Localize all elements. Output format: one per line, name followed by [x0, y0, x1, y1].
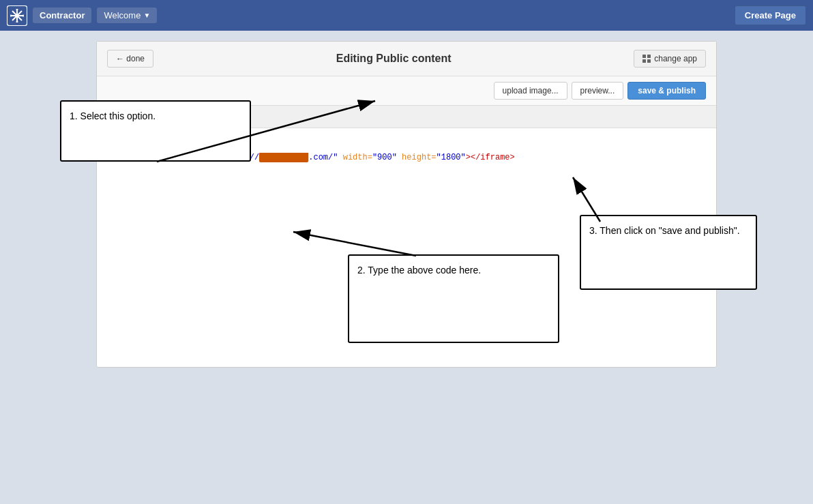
code-val-width: "900" [372, 153, 397, 162]
welcome-label: Welcome [104, 10, 141, 20]
annotation-text-3: 3. Then click on "save and publish". [589, 225, 740, 236]
code-attr-width: width= [338, 153, 372, 162]
preview-button[interactable]: preview... [572, 82, 624, 100]
annotation-text-2: 2. Type the above code here. [357, 265, 481, 276]
app-name-label: Contractor [33, 8, 91, 23]
svg-point-6 [10, 14, 12, 16]
done-button[interactable]: ← done [107, 50, 153, 68]
annotation-box-1: 1. Select this option. [60, 100, 251, 162]
save-publish-button[interactable]: save & publish [627, 82, 706, 100]
snowflake-icon [10, 9, 24, 23]
app-logo [7, 5, 27, 26]
dropdown-caret: ▼ [143, 12, 150, 19]
navbar-left: Contractor Welcome ▼ [7, 5, 157, 26]
editor-title: Editing Public content [167, 53, 620, 65]
svg-point-4 [16, 9, 18, 11]
editor-header: ← done Editing Public content change app [97, 42, 716, 76]
svg-point-7 [23, 14, 25, 16]
create-page-button[interactable]: Create Page [735, 5, 806, 25]
annotation-box-2: 2. Type the above code here. [348, 254, 559, 343]
annotation-box-3: 3. Then click on "save and publish". [580, 215, 757, 290]
code-url-redacted: ██████████ [259, 153, 308, 162]
grid-icon [642, 55, 651, 63]
annotation-text-1: 1. Select this option. [70, 110, 156, 121]
code-tag-close: ></iframe> [466, 153, 515, 162]
change-app-label: change app [654, 54, 697, 63]
code-attr-height: height= [397, 153, 437, 162]
svg-point-5 [16, 20, 18, 23]
change-app-button[interactable]: change app [634, 50, 706, 68]
welcome-dropdown[interactable]: Welcome ▼ [97, 8, 157, 23]
code-val-src-end: .com/" [308, 153, 338, 162]
code-val-height: "1800" [437, 153, 466, 162]
upload-image-button[interactable]: upload image... [494, 82, 567, 100]
navbar: Contractor Welcome ▼ Create Page [0, 0, 813, 31]
